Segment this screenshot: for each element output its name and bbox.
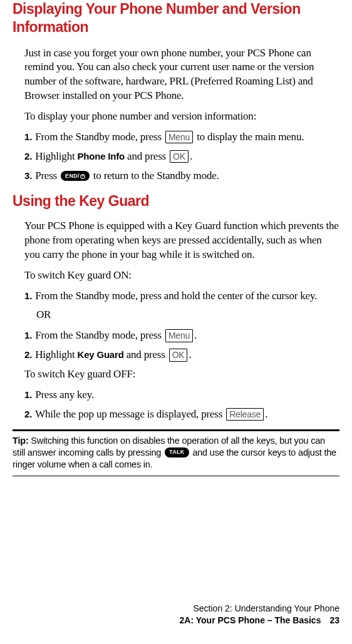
step-number: 1. — [24, 329, 32, 342]
footer-section-title: Section 2: Understanding Your Phone — [0, 603, 339, 615]
page-footer: Section 2: Understanding Your Phone 2A: … — [0, 603, 339, 626]
on-step-1b: 1. From the Standby mode, press Menu. — [24, 329, 339, 343]
text: and press — [124, 349, 168, 360]
section-2-intro: Your PCS Phone is equipped with a Key Gu… — [24, 219, 339, 262]
step-number: 2. — [24, 150, 32, 163]
ok-key: OK — [170, 150, 189, 163]
step-text: While the pop up message is displayed, p… — [35, 407, 339, 422]
or-separator: OR — [36, 308, 339, 322]
section-1-intro: Just in case you forget your own phone n… — [24, 46, 339, 104]
step-number: 1. — [24, 290, 32, 302]
step-text: From the Standby mode, press Menu. — [35, 329, 339, 343]
lead-switch-on: To switch Key guard ON: — [24, 268, 339, 283]
tip-label: Tip: — [13, 436, 29, 446]
lead-switch-off: To switch Key guard OFF: — [24, 367, 339, 382]
sec1-step-3: 3. Press END/ to return to the Standby m… — [24, 169, 339, 183]
off-step-1: 1. Press any key. — [24, 388, 339, 402]
step-number: 2. — [24, 408, 32, 421]
heading-display-phone-info: Displaying Your Phone Number and Version… — [13, 0, 339, 36]
footer-subsection: 2A: Your PCS Phone – The Basics23 — [0, 615, 339, 626]
text: to display the main menu. — [194, 131, 304, 143]
step-text: Press any key. — [35, 388, 339, 402]
section-2-body: Your PCS Phone is equipped with a Key Gu… — [24, 219, 339, 422]
text: . — [189, 349, 191, 360]
release-key: Release — [226, 408, 264, 421]
key-guard-label: Key Guard — [78, 349, 124, 360]
text: Press — [35, 170, 60, 181]
ok-key: OK — [169, 349, 188, 361]
step-number: 3. — [24, 170, 32, 182]
step-text: Highlight Phone Info and press OK. — [35, 150, 339, 164]
step-number: 1. — [24, 389, 32, 401]
text: While the pop up message is displayed, p… — [35, 408, 225, 420]
text: . — [194, 329, 197, 341]
sec1-step-2: 2. Highlight Phone Info and press OK. — [24, 150, 339, 164]
text: From the Standby mode, press — [35, 329, 164, 341]
text: Highlight — [35, 150, 77, 162]
step-text: Highlight Key Guard and press OK. — [35, 348, 339, 362]
section-1-lead: To display your phone number and version… — [24, 110, 339, 124]
menu-key: Menu — [165, 329, 193, 342]
text: . — [190, 150, 192, 162]
tip-block: Tip: Switching this function on disables… — [13, 429, 339, 476]
end-key-icon: END/ — [61, 171, 90, 181]
section-1-body: Just in case you forget your own phone n… — [24, 46, 339, 184]
text: and press — [125, 150, 168, 162]
text: . — [265, 408, 267, 420]
text: From the Standby mode, press — [35, 131, 164, 143]
step-number: 1. — [24, 131, 32, 143]
on-step-2: 2. Highlight Key Guard and press OK. — [24, 348, 339, 362]
text: Highlight — [35, 349, 77, 360]
heading-key-guard: Using the Key Guard — [13, 192, 339, 210]
talk-key-icon: TALK — [165, 447, 189, 457]
menu-key: Menu — [165, 131, 193, 143]
step-text: From the Standby mode, press Menu to dis… — [35, 130, 339, 145]
step-text: Press END/ to return to the Standby mode… — [35, 169, 339, 183]
text: to return to the Standby mode. — [91, 170, 219, 181]
sec1-step-1: 1. From the Standby mode, press Menu to … — [24, 130, 339, 145]
footer-subsection-text: 2A: Your PCS Phone – The Basics — [180, 615, 321, 625]
on-step-1: 1. From the Standby mode, press and hold… — [24, 289, 339, 304]
off-step-2: 2. While the pop up message is displayed… — [24, 407, 339, 422]
step-text: From the Standby mode, press and hold th… — [35, 289, 339, 304]
phone-info-label: Phone Info — [78, 151, 125, 161]
page-number: 23 — [329, 615, 339, 625]
step-number: 2. — [24, 349, 32, 361]
